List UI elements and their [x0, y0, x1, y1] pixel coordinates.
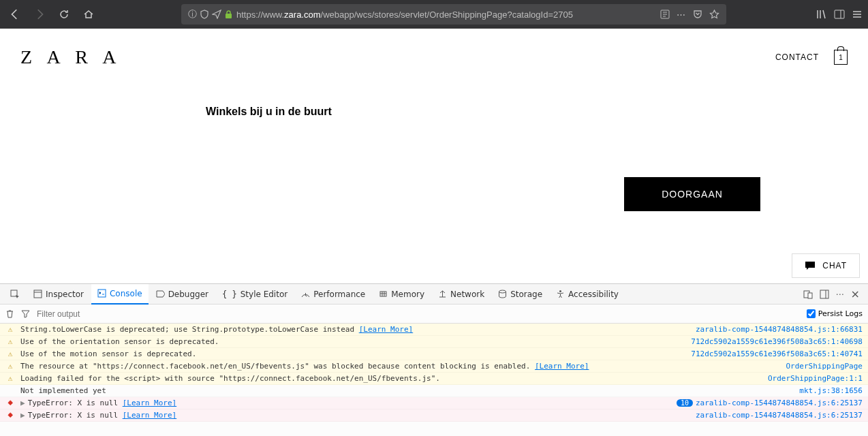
shopping-bag[interactable]: 1: [834, 50, 848, 65]
trash-icon[interactable]: [5, 309, 14, 318]
log-message: The resource at "https://connect.faceboo…: [20, 362, 780, 371]
page-content: Z A R A CONTACT 1 Winkels bij u in de bu…: [0, 29, 868, 283]
log-row: Not implemented yet mkt.js:38:1656: [0, 385, 868, 397]
expand-caret[interactable]: ▶: [20, 411, 25, 420]
menu-icon[interactable]: [852, 9, 863, 20]
url-bar[interactable]: ⓘ https://www.zara.com/webapp/wcs/stores…: [181, 4, 726, 25]
responsive-icon[interactable]: [803, 290, 813, 299]
log-source[interactable]: mkt.js:38:1656: [799, 386, 863, 395]
log-message: ▶TypeError: X is null [Learn More]: [20, 399, 671, 407]
learn-more-link[interactable]: [Learn More]: [359, 325, 413, 334]
dock-icon[interactable]: [820, 290, 829, 299]
tab-network[interactable]: Network: [432, 284, 491, 305]
tab-console[interactable]: Console: [91, 284, 149, 305]
lock-icon: [225, 10, 232, 19]
chat-widget[interactable]: CHAT: [792, 253, 860, 278]
log-row: ⯁ ▶TypeError: X is null [Learn More] 10z…: [0, 397, 868, 409]
svg-rect-2: [835, 10, 844, 18]
warn-icon: ⚠: [5, 374, 15, 383]
chat-icon: [805, 261, 816, 270]
log-row: ⚠ Loading failed for the <script> with s…: [0, 373, 868, 385]
pick-element-button[interactable]: [4, 284, 26, 305]
console-output: ⚠ String.toLowerCase is deprecated; use …: [0, 324, 868, 436]
tab-accessibility[interactable]: Accessibility: [550, 284, 625, 305]
log-source[interactable]: OrderShippingPage: [786, 362, 863, 371]
log-message: Not implemented yet: [20, 386, 794, 395]
svg-rect-0: [226, 14, 232, 18]
svg-rect-5: [98, 290, 106, 297]
style-icon: { }: [222, 290, 237, 299]
learn-more-link[interactable]: [Learn More]: [535, 362, 589, 371]
back-button[interactable]: [5, 5, 25, 24]
contact-link[interactable]: CONTACT: [775, 52, 819, 62]
page-actions-icon[interactable]: ⋯: [677, 10, 686, 20]
persist-checkbox[interactable]: [807, 309, 816, 318]
warn-icon: ⚠: [5, 325, 15, 334]
home-button[interactable]: [79, 5, 98, 24]
log-row: ⚠ String.toLowerCase is deprecated; use …: [0, 324, 868, 336]
tab-style-editor[interactable]: { } Style Editor: [216, 284, 294, 305]
url-text: https://www.zara.com/webapp/wcs/stores/s…: [236, 10, 656, 20]
devtools-close-button[interactable]: ×: [851, 287, 860, 300]
log-source[interactable]: 712dc5902a1559c61e396f508a3c65:1:40698: [691, 337, 863, 346]
log-source[interactable]: 10zaralib-comp-1544874848854.js:6:25137: [677, 399, 863, 407]
error-icon: ⯁: [5, 399, 15, 407]
bag-count: 1: [839, 54, 843, 61]
log-source[interactable]: zaralib-comp-1544874848854.js:6:25137: [696, 411, 863, 420]
log-source[interactable]: OrderShippingPage:1:1: [768, 374, 863, 383]
tab-performance[interactable]: Performance: [295, 284, 371, 305]
performance-icon: [301, 290, 310, 298]
debugger-icon: [156, 290, 165, 298]
console-icon: [97, 289, 106, 298]
reload-button[interactable]: [55, 5, 74, 24]
devtools-more-icon[interactable]: ⋯: [836, 290, 844, 299]
filter-input[interactable]: [37, 309, 800, 319]
repeat-badge: 10: [677, 399, 693, 407]
console-toolbar: Persist Logs: [0, 305, 868, 324]
memory-icon: [379, 290, 388, 298]
storage-icon: [498, 290, 507, 298]
tab-debugger[interactable]: Debugger: [150, 284, 215, 305]
continue-button[interactable]: DOORGAAN: [624, 177, 760, 211]
pick-icon: [10, 290, 20, 299]
expand-caret[interactable]: ▶: [20, 399, 25, 407]
reload-icon: [59, 9, 69, 20]
send-icon[interactable]: [212, 10, 221, 19]
tab-memory[interactable]: Memory: [373, 284, 431, 305]
log-message: Use of the motion sensor is deprecated.: [20, 349, 685, 358]
inspector-icon: [33, 290, 42, 298]
svg-point-7: [499, 290, 506, 293]
sidebar-icon[interactable]: [834, 9, 845, 20]
filter-icon[interactable]: [21, 309, 30, 318]
log-row: ⚠ Use of the motion sensor is deprecated…: [0, 348, 868, 360]
devtools-tabs: Inspector Console Debugger { } Style Edi…: [0, 284, 868, 305]
reader-icon[interactable]: [660, 10, 670, 19]
log-message: String.toLowerCase is deprecated; use St…: [20, 325, 690, 334]
devtools-panel: Inspector Console Debugger { } Style Edi…: [0, 283, 868, 436]
network-icon: [438, 290, 447, 298]
arrow-left-icon: [9, 8, 21, 20]
info-icon[interactable]: ⓘ: [188, 8, 197, 20]
warn-icon: ⚠: [5, 349, 15, 358]
bookmark-star-icon[interactable]: [709, 10, 719, 20]
persist-logs-toggle[interactable]: Persist Logs: [807, 309, 863, 318]
log-source[interactable]: zaralib-comp-1544874848854.js:1:66831: [696, 325, 863, 334]
svg-rect-10: [808, 293, 812, 298]
error-icon: ⯁: [5, 411, 15, 420]
page-title: Winkels bij u in de buurt: [206, 106, 868, 118]
accessibility-icon: [556, 290, 565, 298]
log-source[interactable]: 712dc5902a1559c61e396f508a3c65:1:40741: [691, 349, 863, 358]
warn-icon: ⚠: [5, 337, 15, 346]
learn-more-link[interactable]: [Learn More]: [123, 399, 176, 407]
home-icon: [83, 9, 94, 20]
library-icon[interactable]: [816, 9, 827, 20]
tab-inspector[interactable]: Inspector: [27, 284, 90, 305]
arrow-right-icon: [33, 8, 46, 20]
tab-storage[interactable]: Storage: [492, 284, 548, 305]
zara-logo[interactable]: Z A R A: [20, 46, 122, 68]
shield-icon[interactable]: [200, 10, 208, 19]
learn-more-link[interactable]: [Learn More]: [123, 411, 176, 420]
pocket-icon[interactable]: [693, 10, 702, 19]
log-row: ⯁ ▶TypeError: X is null [Learn More] zar…: [0, 409, 868, 422]
svg-rect-11: [820, 290, 828, 298]
